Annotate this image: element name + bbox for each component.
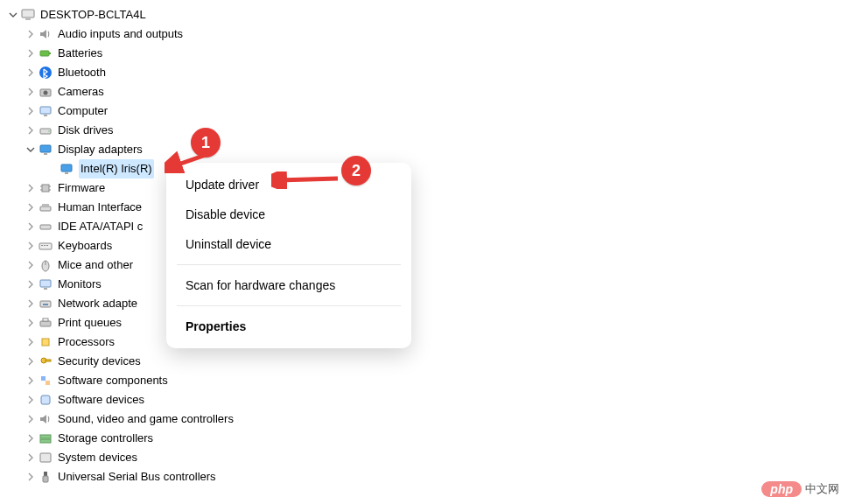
menu-separator [177, 264, 401, 265]
bluetooth-icon [39, 66, 53, 80]
camera-icon [39, 85, 53, 99]
tree-item-processors[interactable]: Processors [25, 332, 848, 352]
menu-separator [177, 305, 401, 306]
svg-rect-37 [46, 360, 51, 361]
speaker-icon [39, 412, 53, 426]
menu-item-disable-device[interactable]: Disable device [166, 200, 411, 229]
svg-point-6 [44, 91, 48, 95]
mouse-icon [39, 258, 53, 272]
chevron-right-icon[interactable] [25, 182, 37, 194]
tree-item-ide-ata[interactable]: IDE ATA/ATAPI c [25, 217, 848, 236]
ide-icon [39, 220, 53, 234]
network-icon [39, 297, 53, 311]
chevron-right-icon[interactable] [25, 278, 37, 290]
tree-item-mice[interactable]: Mice and other [25, 256, 848, 275]
chevron-down-icon[interactable] [25, 144, 37, 156]
tree-item-keyboards[interactable]: Keyboards [25, 236, 848, 256]
tree-item-software-components[interactable]: Software components [25, 371, 848, 390]
tree-item-hid[interactable]: Human Interface [25, 198, 848, 217]
svg-rect-21 [42, 204, 49, 206]
svg-rect-1 [25, 18, 31, 20]
tree-item-label: Human Interface [58, 198, 142, 217]
monitor-icon [39, 277, 53, 291]
svg-rect-43 [40, 453, 51, 462]
keyboard-icon [39, 239, 53, 253]
tree-item-cameras[interactable]: Cameras [25, 82, 848, 102]
svg-rect-12 [44, 153, 47, 155]
chevron-right-icon[interactable] [25, 201, 37, 214]
chevron-right-icon[interactable] [25, 336, 37, 348]
chevron-right-icon[interactable] [25, 259, 37, 271]
svg-rect-0 [22, 10, 34, 18]
menu-item-uninstall-device[interactable]: Uninstall device [166, 229, 411, 259]
tree-item-display-adapters[interactable]: Display adapters [25, 140, 848, 159]
chevron-right-icon[interactable] [25, 355, 37, 368]
annotation-badge-2: 2 [341, 156, 371, 186]
chevron-down-icon[interactable] [7, 9, 19, 21]
menu-item-scan-hardware[interactable]: Scan for hardware changes [166, 270, 411, 300]
tree-item-security-devices[interactable]: Security devices [25, 352, 848, 371]
menu-item-properties[interactable]: Properties [166, 312, 411, 341]
display-adapter-icon [60, 162, 74, 176]
tree-item-software-devices[interactable]: Software devices [25, 390, 848, 410]
tree-item-label: Software components [58, 371, 168, 390]
svg-rect-41 [40, 435, 51, 438]
tree-item-label: Storage controllers [58, 429, 153, 448]
chevron-right-icon[interactable] [25, 47, 37, 60]
tree-item-label: Firmware [58, 178, 105, 198]
tree-root-row[interactable]: DESKTOP-BCLTA4L [7, 5, 848, 24]
tree-item-label: Universal Serial Bus controllers [58, 467, 216, 486]
chevron-right-icon[interactable] [25, 124, 37, 136]
svg-rect-32 [43, 304, 48, 305]
svg-rect-34 [43, 318, 48, 321]
svg-rect-22 [40, 225, 51, 229]
chevron-right-icon[interactable] [25, 86, 37, 98]
tree-root-label: DESKTOP-BCLTA4L [40, 5, 146, 24]
chevron-right-icon[interactable] [25, 413, 37, 425]
tree-item-network[interactable]: Network adapte [25, 294, 848, 313]
tree-item-bluetooth[interactable]: Bluetooth [25, 63, 848, 82]
tree-item-label: Processors [58, 332, 115, 352]
chevron-right-icon[interactable] [25, 220, 37, 233]
tree-item-audio[interactable]: Audio inputs and outputs [25, 24, 848, 44]
annotation-badge-1: 1 [191, 128, 221, 158]
menu-item-update-driver[interactable]: Update driver [166, 170, 411, 200]
usb-icon [39, 470, 53, 484]
tree-item-computer[interactable]: Computer [25, 102, 848, 121]
tree-item-monitors[interactable]: Monitors [25, 275, 848, 294]
tree-item-usb[interactable]: Universal Serial Bus controllers [25, 467, 848, 486]
tree-item-disk-drives[interactable]: Disk drives [25, 121, 848, 140]
chevron-right-icon[interactable] [25, 317, 37, 329]
chevron-right-icon[interactable] [25, 394, 37, 406]
tree-item-label: Cameras [58, 82, 104, 102]
tree-item-label: IDE ATA/ATAPI c [58, 217, 143, 236]
tree-item-batteries[interactable]: Batteries [25, 44, 848, 63]
chevron-right-icon[interactable] [25, 471, 37, 483]
tree-item-storage-controllers[interactable]: Storage controllers [25, 429, 848, 448]
tree-item-system-devices[interactable]: System devices [25, 448, 848, 467]
tree-item-label: Audio inputs and outputs [58, 24, 183, 44]
chevron-right-icon[interactable] [25, 432, 37, 444]
tree-item-sound-video-game[interactable]: Sound, video and game controllers [25, 410, 848, 429]
chevron-right-icon[interactable] [25, 66, 37, 79]
chevron-right-icon[interactable] [25, 374, 37, 387]
svg-rect-11 [40, 145, 51, 152]
tree-item-print-queues[interactable]: Print queues [25, 313, 848, 332]
tree-item-firmware[interactable]: Firmware [25, 178, 848, 198]
tree-item-label: Keyboards [58, 236, 112, 256]
watermark: php 中文网 [761, 481, 839, 497]
chevron-right-icon[interactable] [25, 105, 37, 117]
svg-rect-44 [44, 472, 47, 476]
computer-icon [21, 8, 35, 22]
tree-item-label: Monitors [58, 275, 102, 294]
chevron-right-icon[interactable] [25, 240, 37, 252]
svg-rect-14 [65, 172, 68, 174]
chevron-right-icon[interactable] [25, 452, 37, 464]
chevron-right-icon[interactable] [25, 298, 37, 310]
svg-rect-2 [40, 51, 49, 56]
svg-rect-25 [44, 245, 46, 246]
tree-item-label: Computer [58, 102, 108, 121]
svg-rect-30 [44, 288, 47, 290]
chevron-right-icon[interactable] [25, 28, 37, 40]
svg-rect-40 [41, 396, 50, 404]
